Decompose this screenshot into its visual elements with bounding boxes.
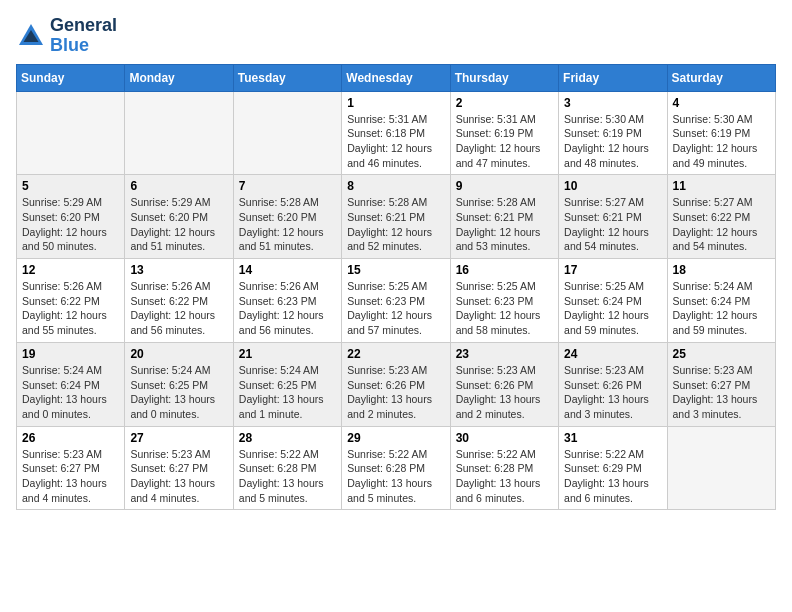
calendar-cell: 9Sunrise: 5:28 AM Sunset: 6:21 PM Daylig… [450,175,558,259]
day-info: Sunrise: 5:24 AM Sunset: 6:25 PM Dayligh… [239,363,336,422]
calendar-cell [17,91,125,175]
day-number: 26 [22,431,119,445]
calendar-cell: 5Sunrise: 5:29 AM Sunset: 6:20 PM Daylig… [17,175,125,259]
day-info: Sunrise: 5:22 AM Sunset: 6:29 PM Dayligh… [564,447,661,506]
day-info: Sunrise: 5:25 AM Sunset: 6:23 PM Dayligh… [347,279,444,338]
day-info: Sunrise: 5:30 AM Sunset: 6:19 PM Dayligh… [564,112,661,171]
calendar-header-row: SundayMondayTuesdayWednesdayThursdayFrid… [17,64,776,91]
calendar-cell: 4Sunrise: 5:30 AM Sunset: 6:19 PM Daylig… [667,91,775,175]
day-number: 6 [130,179,227,193]
day-info: Sunrise: 5:26 AM Sunset: 6:22 PM Dayligh… [130,279,227,338]
calendar-cell: 1Sunrise: 5:31 AM Sunset: 6:18 PM Daylig… [342,91,450,175]
day-info: Sunrise: 5:26 AM Sunset: 6:22 PM Dayligh… [22,279,119,338]
day-number: 29 [347,431,444,445]
day-info: Sunrise: 5:27 AM Sunset: 6:22 PM Dayligh… [673,195,770,254]
day-info: Sunrise: 5:25 AM Sunset: 6:24 PM Dayligh… [564,279,661,338]
calendar-cell: 8Sunrise: 5:28 AM Sunset: 6:21 PM Daylig… [342,175,450,259]
day-info: Sunrise: 5:27 AM Sunset: 6:21 PM Dayligh… [564,195,661,254]
day-info: Sunrise: 5:23 AM Sunset: 6:26 PM Dayligh… [456,363,553,422]
calendar-cell: 26Sunrise: 5:23 AM Sunset: 6:27 PM Dayli… [17,426,125,510]
calendar-cell: 2Sunrise: 5:31 AM Sunset: 6:19 PM Daylig… [450,91,558,175]
day-number: 22 [347,347,444,361]
weekday-header-sunday: Sunday [17,64,125,91]
day-number: 18 [673,263,770,277]
day-number: 23 [456,347,553,361]
logo: General Blue [16,16,117,56]
day-number: 9 [456,179,553,193]
calendar-cell: 11Sunrise: 5:27 AM Sunset: 6:22 PM Dayli… [667,175,775,259]
calendar-cell: 3Sunrise: 5:30 AM Sunset: 6:19 PM Daylig… [559,91,667,175]
calendar-cell: 16Sunrise: 5:25 AM Sunset: 6:23 PM Dayli… [450,259,558,343]
calendar-cell: 22Sunrise: 5:23 AM Sunset: 6:26 PM Dayli… [342,342,450,426]
calendar-cell: 15Sunrise: 5:25 AM Sunset: 6:23 PM Dayli… [342,259,450,343]
day-number: 11 [673,179,770,193]
page-header: General Blue [16,16,776,56]
day-number: 28 [239,431,336,445]
day-info: Sunrise: 5:24 AM Sunset: 6:24 PM Dayligh… [22,363,119,422]
day-number: 15 [347,263,444,277]
calendar-cell: 19Sunrise: 5:24 AM Sunset: 6:24 PM Dayli… [17,342,125,426]
weekday-header-wednesday: Wednesday [342,64,450,91]
day-number: 24 [564,347,661,361]
calendar-cell: 24Sunrise: 5:23 AM Sunset: 6:26 PM Dayli… [559,342,667,426]
calendar-week-row: 5Sunrise: 5:29 AM Sunset: 6:20 PM Daylig… [17,175,776,259]
day-number: 25 [673,347,770,361]
calendar-table: SundayMondayTuesdayWednesdayThursdayFrid… [16,64,776,511]
day-info: Sunrise: 5:23 AM Sunset: 6:26 PM Dayligh… [347,363,444,422]
calendar-cell: 23Sunrise: 5:23 AM Sunset: 6:26 PM Dayli… [450,342,558,426]
calendar-cell [233,91,341,175]
day-number: 1 [347,96,444,110]
day-info: Sunrise: 5:31 AM Sunset: 6:19 PM Dayligh… [456,112,553,171]
day-info: Sunrise: 5:31 AM Sunset: 6:18 PM Dayligh… [347,112,444,171]
logo-text: General Blue [50,16,117,56]
day-number: 20 [130,347,227,361]
calendar-cell: 10Sunrise: 5:27 AM Sunset: 6:21 PM Dayli… [559,175,667,259]
calendar-cell: 20Sunrise: 5:24 AM Sunset: 6:25 PM Dayli… [125,342,233,426]
calendar-cell: 13Sunrise: 5:26 AM Sunset: 6:22 PM Dayli… [125,259,233,343]
calendar-cell [125,91,233,175]
day-number: 19 [22,347,119,361]
calendar-cell: 18Sunrise: 5:24 AM Sunset: 6:24 PM Dayli… [667,259,775,343]
calendar-cell: 28Sunrise: 5:22 AM Sunset: 6:28 PM Dayli… [233,426,341,510]
weekday-header-tuesday: Tuesday [233,64,341,91]
day-number: 5 [22,179,119,193]
day-number: 12 [22,263,119,277]
day-number: 7 [239,179,336,193]
day-info: Sunrise: 5:23 AM Sunset: 6:27 PM Dayligh… [673,363,770,422]
day-info: Sunrise: 5:24 AM Sunset: 6:24 PM Dayligh… [673,279,770,338]
calendar-cell: 29Sunrise: 5:22 AM Sunset: 6:28 PM Dayli… [342,426,450,510]
day-number: 30 [456,431,553,445]
day-number: 2 [456,96,553,110]
calendar-week-row: 19Sunrise: 5:24 AM Sunset: 6:24 PM Dayli… [17,342,776,426]
weekday-header-thursday: Thursday [450,64,558,91]
day-number: 10 [564,179,661,193]
day-info: Sunrise: 5:22 AM Sunset: 6:28 PM Dayligh… [347,447,444,506]
calendar-cell: 17Sunrise: 5:25 AM Sunset: 6:24 PM Dayli… [559,259,667,343]
day-number: 3 [564,96,661,110]
day-info: Sunrise: 5:29 AM Sunset: 6:20 PM Dayligh… [22,195,119,254]
calendar-cell: 6Sunrise: 5:29 AM Sunset: 6:20 PM Daylig… [125,175,233,259]
day-info: Sunrise: 5:23 AM Sunset: 6:27 PM Dayligh… [130,447,227,506]
day-info: Sunrise: 5:30 AM Sunset: 6:19 PM Dayligh… [673,112,770,171]
day-info: Sunrise: 5:28 AM Sunset: 6:21 PM Dayligh… [347,195,444,254]
day-info: Sunrise: 5:23 AM Sunset: 6:26 PM Dayligh… [564,363,661,422]
calendar-cell: 31Sunrise: 5:22 AM Sunset: 6:29 PM Dayli… [559,426,667,510]
day-number: 14 [239,263,336,277]
day-number: 21 [239,347,336,361]
calendar-week-row: 12Sunrise: 5:26 AM Sunset: 6:22 PM Dayli… [17,259,776,343]
day-info: Sunrise: 5:25 AM Sunset: 6:23 PM Dayligh… [456,279,553,338]
calendar-week-row: 1Sunrise: 5:31 AM Sunset: 6:18 PM Daylig… [17,91,776,175]
calendar-cell: 27Sunrise: 5:23 AM Sunset: 6:27 PM Dayli… [125,426,233,510]
weekday-header-friday: Friday [559,64,667,91]
day-info: Sunrise: 5:22 AM Sunset: 6:28 PM Dayligh… [456,447,553,506]
day-info: Sunrise: 5:29 AM Sunset: 6:20 PM Dayligh… [130,195,227,254]
day-info: Sunrise: 5:28 AM Sunset: 6:20 PM Dayligh… [239,195,336,254]
calendar-cell: 30Sunrise: 5:22 AM Sunset: 6:28 PM Dayli… [450,426,558,510]
logo-icon [16,21,46,51]
calendar-cell: 7Sunrise: 5:28 AM Sunset: 6:20 PM Daylig… [233,175,341,259]
day-number: 4 [673,96,770,110]
calendar-cell [667,426,775,510]
calendar-cell: 21Sunrise: 5:24 AM Sunset: 6:25 PM Dayli… [233,342,341,426]
day-number: 16 [456,263,553,277]
day-number: 31 [564,431,661,445]
